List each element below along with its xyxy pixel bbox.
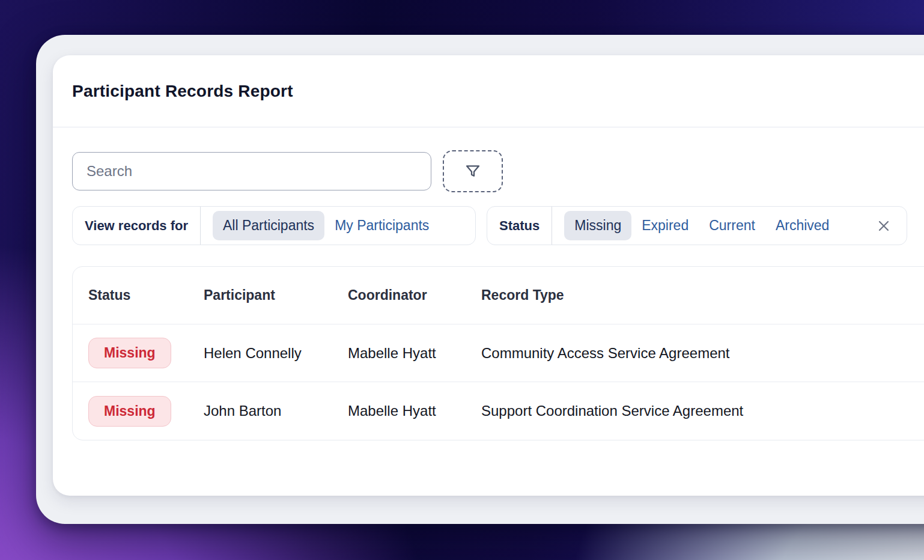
- header-divider: [53, 127, 924, 127]
- page-title: Participant Records Report: [72, 82, 293, 101]
- report-panel: Participant Records Report View records …: [53, 55, 924, 496]
- column-header-status: Status: [88, 287, 204, 303]
- filter-divider: [552, 207, 552, 245]
- view-records-filter: View records for All Participants My Par…: [72, 206, 476, 245]
- column-header-participant: Participant: [204, 287, 348, 303]
- coordinator-cell: Mabelle Hyatt: [348, 403, 481, 419]
- view-records-label: View records for: [85, 218, 188, 234]
- toolbar: [72, 150, 924, 192]
- column-header-record-type: Record Type: [481, 287, 924, 303]
- participant-cell: Helen Connelly: [204, 345, 348, 362]
- option-my-participants[interactable]: My Participants: [324, 211, 439, 240]
- outer-panel: Participant Records Report View records …: [36, 35, 924, 524]
- participant-cell: John Barton: [204, 403, 348, 419]
- option-archived[interactable]: Archived: [765, 211, 839, 240]
- funnel-icon: [463, 162, 482, 181]
- column-header-coordinator: Coordinator: [348, 287, 481, 303]
- table-row[interactable]: Missing John Barton Mabelle Hyatt Suppor…: [73, 382, 924, 440]
- status-badge: Missing: [88, 396, 171, 427]
- search-input[interactable]: [72, 152, 431, 190]
- panel-header: Participant Records Report: [53, 55, 924, 127]
- option-expired[interactable]: Expired: [631, 211, 699, 240]
- filter-button[interactable]: [443, 150, 503, 192]
- filter-divider: [200, 207, 201, 245]
- coordinator-cell: Mabelle Hyatt: [348, 345, 481, 362]
- close-icon[interactable]: [873, 215, 895, 237]
- option-all-participants[interactable]: All Participants: [213, 211, 324, 240]
- record-type-cell: Community Access Service Agreement: [481, 345, 924, 362]
- table-row[interactable]: Missing Helen Connelly Mabelle Hyatt Com…: [73, 324, 924, 382]
- status-badge: Missing: [88, 338, 171, 368]
- option-missing[interactable]: Missing: [564, 211, 631, 240]
- status-label: Status: [499, 218, 540, 234]
- status-filter: Status Missing Expired Current Archived: [487, 206, 907, 245]
- option-current[interactable]: Current: [699, 211, 765, 240]
- filter-row: View records for All Participants My Par…: [72, 206, 924, 245]
- record-type-cell: Support Coordination Service Agreement: [481, 403, 924, 419]
- records-table: Status Participant Coordinator Record Ty…: [72, 266, 924, 440]
- table-header-row: Status Participant Coordinator Record Ty…: [73, 267, 924, 324]
